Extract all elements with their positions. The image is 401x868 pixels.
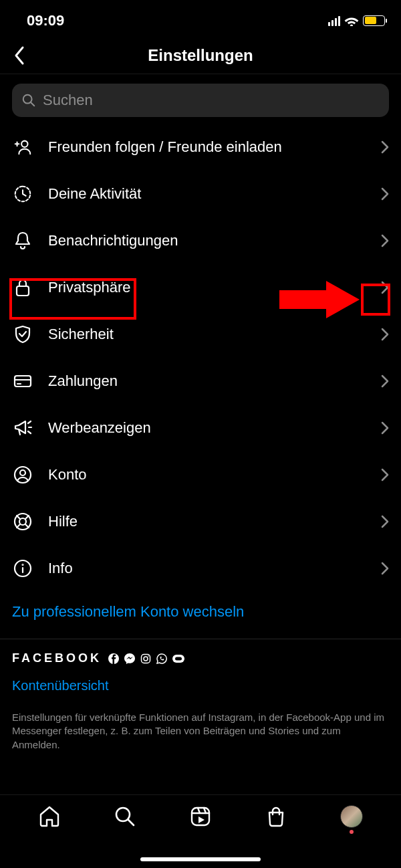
row-label: Info: [33, 560, 381, 577]
row-follow-invite[interactable]: Freunden folgen / Freunde einladen: [12, 124, 389, 171]
row-label: Werbeanzeigen: [33, 419, 381, 437]
facebook-icon: [108, 653, 119, 664]
row-label: Zahlungen: [33, 372, 381, 390]
facebook-app-icons: [108, 653, 184, 664]
svg-point-13: [20, 470, 25, 475]
oculus-icon: [172, 655, 184, 663]
svg-rect-29: [175, 657, 182, 660]
status-bar: 09:09: [0, 0, 401, 37]
switch-professional-link[interactable]: Zu professionellem Konto wechseln: [12, 592, 389, 632]
bell-icon: [12, 230, 33, 251]
battery-icon: [363, 15, 385, 26]
chevron-right-icon: [381, 562, 389, 575]
row-ads[interactable]: Werbeanzeigen: [12, 405, 389, 451]
tab-search[interactable]: [113, 804, 137, 829]
svg-point-2: [21, 141, 27, 147]
row-security[interactable]: Sicherheit: [12, 311, 389, 358]
svg-line-9: [28, 421, 31, 423]
svg-line-16: [17, 516, 20, 519]
search-placeholder: Suchen: [43, 92, 93, 109]
svg-line-17: [25, 516, 29, 519]
home-indicator: [140, 857, 261, 861]
shop-icon: [265, 805, 287, 828]
row-label: Konto: [33, 466, 381, 483]
svg-rect-5: [17, 286, 29, 296]
header: Einstellungen: [0, 37, 401, 74]
svg-line-1: [31, 102, 34, 106]
page-title: Einstellungen: [148, 46, 253, 65]
info-icon: [12, 558, 33, 579]
svg-point-27: [148, 655, 149, 657]
reels-icon: [189, 805, 212, 828]
svg-line-11: [28, 431, 31, 433]
chevron-right-icon: [381, 328, 389, 341]
chevron-right-icon: [381, 421, 389, 435]
row-about[interactable]: Info: [12, 545, 389, 592]
chevron-right-icon: [381, 140, 389, 154]
svg-rect-33: [192, 808, 209, 825]
accounts-center-link[interactable]: Kontenübersicht: [12, 672, 389, 699]
svg-line-18: [17, 524, 20, 528]
whatsapp-icon: [156, 653, 167, 664]
status-time: 09:09: [27, 12, 64, 29]
notification-dot-icon: [350, 830, 354, 834]
chevron-right-icon: [381, 468, 389, 481]
svg-marker-37: [198, 817, 205, 823]
instagram-icon: [140, 653, 151, 664]
row-label: Privatsphäre: [33, 279, 381, 296]
facebook-brand-row: FACEBOOK: [12, 651, 389, 665]
link-label: Kontenübersicht: [12, 678, 109, 693]
link-label: Zu professionellem Konto wechseln: [12, 603, 244, 621]
home-icon: [38, 805, 61, 828]
chevron-right-icon: [381, 187, 389, 201]
svg-line-32: [128, 820, 134, 825]
svg-point-26: [144, 657, 148, 661]
tab-reels[interactable]: [188, 804, 213, 829]
tab-profile[interactable]: [340, 804, 364, 829]
search-icon: [21, 93, 36, 108]
status-icons: [328, 15, 385, 26]
person-circle-icon: [12, 464, 33, 485]
search-icon: [114, 805, 136, 828]
settings-list: Freunden folgen / Freunde einladen Deine…: [12, 124, 389, 592]
row-label: Freunden folgen / Freunde einladen: [33, 138, 381, 156]
profile-avatar: [340, 805, 363, 828]
row-activity[interactable]: Deine Aktivität: [12, 171, 389, 217]
row-payments[interactable]: Zahlungen: [12, 358, 389, 405]
credit-card-icon: [12, 370, 33, 392]
messenger-icon: [124, 653, 135, 664]
activity-icon: [12, 183, 33, 205]
chevron-right-icon: [381, 374, 389, 388]
wifi-icon: [344, 15, 359, 26]
add-person-icon: [12, 136, 33, 158]
shield-check-icon: [12, 324, 33, 345]
svg-rect-6: [15, 376, 31, 387]
svg-line-19: [25, 524, 29, 528]
row-account[interactable]: Konto: [12, 451, 389, 498]
chevron-right-icon: [381, 281, 389, 294]
svg-point-31: [116, 808, 130, 821]
row-help[interactable]: Hilfe: [12, 498, 389, 545]
tab-shop[interactable]: [264, 804, 288, 829]
row-label: Deine Aktivität: [33, 185, 381, 203]
tab-home[interactable]: [37, 804, 61, 829]
row-notifications[interactable]: Benachrichtigungen: [12, 217, 389, 264]
lifebuoy-icon: [12, 511, 33, 532]
facebook-wordmark: FACEBOOK: [12, 651, 102, 665]
row-label: Hilfe: [33, 513, 381, 530]
megaphone-icon: [12, 417, 33, 439]
accounts-center-description: Einstellungen für verknüpfte Funktionen …: [12, 711, 389, 752]
chevron-right-icon: [381, 234, 389, 247]
divider: [0, 639, 401, 639]
row-privacy[interactable]: Privatsphäre: [12, 264, 389, 311]
row-label: Benachrichtigungen: [33, 232, 381, 249]
lock-icon: [12, 277, 33, 298]
back-button[interactable]: [9, 45, 29, 66]
cellular-signal-icon: [328, 15, 340, 26]
search-input[interactable]: Suchen: [12, 84, 389, 117]
row-label: Sicherheit: [33, 326, 381, 343]
chevron-right-icon: [381, 515, 389, 528]
svg-point-22: [23, 564, 23, 565]
